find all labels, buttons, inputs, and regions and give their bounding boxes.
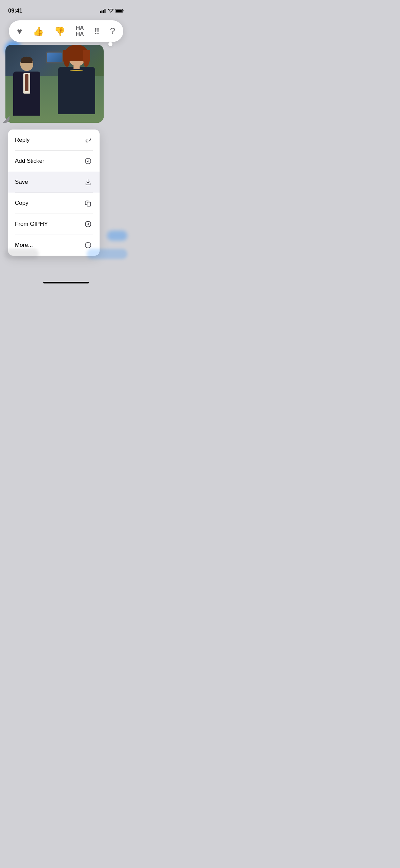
reaction-exclaim[interactable]: ‼ <box>94 27 100 35</box>
male-tie <box>25 74 28 91</box>
status-bar: 09:41 <box>0 0 132 17</box>
svg-point-14 <box>89 245 89 245</box>
copy-icon <box>83 198 93 208</box>
gif-image <box>5 45 104 123</box>
svg-rect-8 <box>87 202 90 206</box>
signal-icon <box>100 9 106 13</box>
reaction-haha[interactable]: HAHA <box>76 25 84 37</box>
female-necklace <box>70 70 83 71</box>
gif-container <box>5 45 104 123</box>
reaction-thumbsup[interactable]: 👍 <box>33 27 44 36</box>
svg-point-7 <box>88 161 88 161</box>
female-hair-side-right <box>83 50 90 67</box>
giphy-icon <box>83 219 93 229</box>
menu-item-from-giphy[interactable]: From GIPHY <box>8 214 100 235</box>
reaction-bar: ♥ 👍 👎 HAHA ‼ ? <box>9 20 123 42</box>
wifi-icon <box>108 9 113 13</box>
menu-item-add-sticker[interactable]: Add Sticker <box>8 151 100 172</box>
figure-male <box>10 57 43 123</box>
menu-item-reply[interactable]: Reply <box>8 130 100 151</box>
sticker-icon <box>83 156 93 166</box>
male-hair <box>21 57 33 63</box>
svg-rect-2 <box>103 10 104 13</box>
home-indicator <box>43 282 89 283</box>
reaction-thumbsdown[interactable]: 👎 <box>54 27 65 36</box>
save-icon <box>83 177 93 187</box>
menu-label-more: More... <box>15 242 33 249</box>
female-jacket <box>58 67 95 114</box>
battery-icon <box>115 9 124 13</box>
main-content: ♥ 👍 👎 HAHA ‼ ? <box>0 20 132 256</box>
menu-label-reply: Reply <box>15 137 29 143</box>
menu-label-add-sticker: Add Sticker <box>15 158 44 164</box>
figure-female <box>51 46 102 123</box>
menu-label-from-giphy: From GIPHY <box>15 221 48 228</box>
female-neck <box>73 64 80 69</box>
status-time: 09:41 <box>8 7 22 14</box>
menu-item-save[interactable]: Save <box>8 172 100 193</box>
menu-label-copy: Copy <box>15 200 28 206</box>
bg-bubble-bottom-left <box>5 249 39 259</box>
more-icon <box>83 240 93 250</box>
message-bubble <box>5 45 106 123</box>
reaction-heart[interactable]: ♥ <box>17 27 22 36</box>
context-menu: Reply Add Sticker Save <box>8 130 100 256</box>
reply-icon <box>83 135 93 145</box>
menu-label-save: Save <box>15 179 28 185</box>
svg-rect-1 <box>102 11 103 13</box>
reaction-question[interactable]: ? <box>110 26 115 36</box>
female-hair-side-left <box>63 50 70 67</box>
svg-rect-3 <box>105 9 106 13</box>
menu-item-copy[interactable]: Copy <box>8 193 100 214</box>
svg-point-13 <box>88 245 88 245</box>
male-suit <box>13 72 40 116</box>
svg-rect-5 <box>116 10 122 12</box>
status-icons <box>100 9 124 13</box>
male-head <box>20 57 33 71</box>
svg-point-12 <box>87 245 87 245</box>
female-head <box>68 46 85 66</box>
bg-bubble-bottom-right <box>87 249 127 259</box>
svg-rect-0 <box>100 11 101 13</box>
